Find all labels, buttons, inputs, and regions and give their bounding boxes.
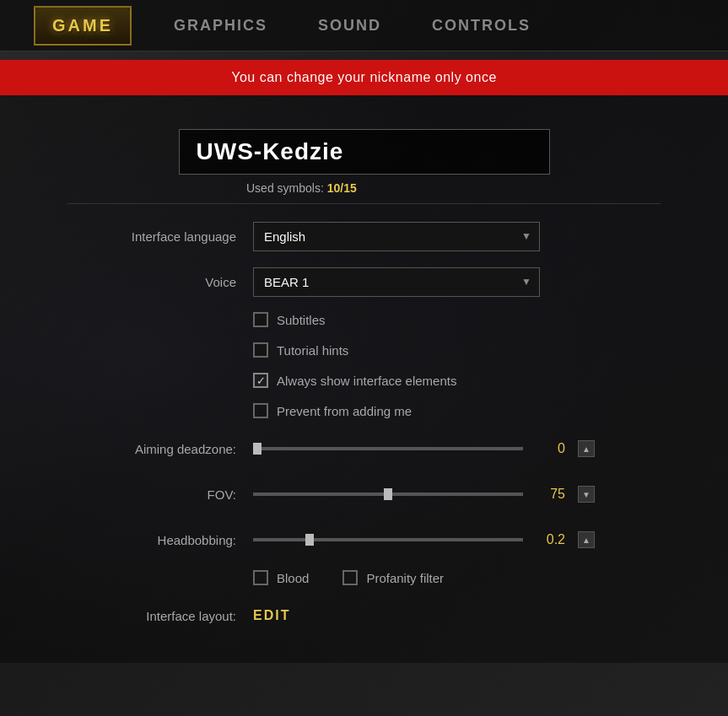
aiming-deadzone-arrows: ▲ <box>578 440 595 457</box>
game-tab-text[interactable]: GAME <box>34 6 132 46</box>
aiming-deadzone-row: Aiming deadzone: 0 ▲ <box>67 433 661 464</box>
tutorial-hints-wrapper[interactable]: Tutorial hints <box>253 342 348 358</box>
voice-control: BEAR 1 BEAR 2 USEC 1 USEC 2 ▼ <box>253 267 661 297</box>
symbols-label: Used symbols: <box>246 181 324 195</box>
tab-controls[interactable]: CONTROLS <box>407 10 556 41</box>
headbobbing-value: 0.2 <box>531 532 565 547</box>
aiming-deadzone-up[interactable]: ▲ <box>578 440 595 457</box>
fov-arrows: ▼ <box>578 486 595 503</box>
blood-wrapper[interactable]: Blood <box>253 570 309 585</box>
tutorial-hints-label: Tutorial hints <box>277 343 348 358</box>
nickname-input[interactable] <box>179 129 550 175</box>
blood-profanity-row: Blood Profanity filter <box>67 570 661 585</box>
prevent-adding-checkbox[interactable] <box>253 403 268 418</box>
voice-dropdown[interactable]: BEAR 1 BEAR 2 USEC 1 USEC 2 <box>253 267 540 297</box>
language-label: Interface language <box>67 229 253 244</box>
profanity-checkbox[interactable] <box>342 570 358 585</box>
nickname-section: Used symbols: 10/15 <box>67 112 661 204</box>
subtitles-checkbox[interactable] <box>253 312 268 327</box>
profanity-label: Profanity filter <box>366 571 444 585</box>
language-dropdown-wrapper: English Russian German ▼ <box>253 222 540 251</box>
always-show-label: Always show interface elements <box>277 374 456 388</box>
prevent-adding-wrapper[interactable]: Prevent from adding me <box>253 403 412 418</box>
settings-panel: Used symbols: 10/15 Interface language E… <box>0 95 728 663</box>
voice-row: Voice BEAR 1 BEAR 2 USEC 1 USEC 2 ▼ <box>67 266 661 297</box>
fov-slider[interactable] <box>253 493 523 496</box>
prevent-adding-row: Prevent from adding me <box>67 403 661 418</box>
tab-game[interactable]: GAME <box>34 6 132 46</box>
main-content: You can change your nickname only once U… <box>0 60 728 663</box>
headbobbing-label: Headbobbing: <box>67 533 253 547</box>
tutorial-hints-row: Tutorial hints <box>67 342 661 358</box>
fov-down[interactable]: ▼ <box>578 486 595 503</box>
subtitles-label: Subtitles <box>277 313 326 327</box>
headbobbing-control: 0.2 ▲ <box>253 531 661 548</box>
interface-layout-label: Interface layout: <box>67 609 253 623</box>
symbols-count: 10/15 <box>327 181 357 195</box>
aiming-deadzone-slider[interactable] <box>253 447 523 450</box>
aiming-deadzone-label: Aiming deadzone: <box>67 442 253 456</box>
fov-range-wrapper: 75 ▼ <box>253 486 595 503</box>
aiming-deadzone-range-wrapper: 0 ▲ <box>253 440 595 457</box>
aiming-deadzone-value: 0 <box>531 441 565 456</box>
notice-bar: You can change your nickname only once <box>0 60 728 95</box>
tutorial-hints-checkbox[interactable] <box>253 342 268 358</box>
headbobbing-slider[interactable] <box>253 538 523 541</box>
language-dropdown[interactable]: English Russian German <box>253 222 540 251</box>
headbobbing-range-wrapper: 0.2 ▲ <box>253 531 595 548</box>
aiming-deadzone-control: 0 ▲ <box>253 440 661 457</box>
headbobbing-row: Headbobbing: 0.2 ▲ <box>67 525 661 555</box>
headbobbing-arrows: ▲ <box>578 531 595 548</box>
voice-label: Voice <box>67 275 253 289</box>
symbols-used: Used symbols: 10/15 <box>246 181 357 195</box>
settings-rows: Interface language English Russian Germa… <box>67 221 661 631</box>
fov-control: 75 ▼ <box>253 486 661 503</box>
fov-row: FOV: 75 ▼ <box>67 479 661 509</box>
fov-value: 75 <box>531 487 565 502</box>
language-control: English Russian German ▼ <box>253 222 661 251</box>
blood-checkbox[interactable] <box>253 570 268 585</box>
blood-label: Blood <box>277 571 309 585</box>
prevent-adding-label: Prevent from adding me <box>277 404 412 418</box>
always-show-wrapper[interactable]: Always show interface elements <box>253 373 456 388</box>
always-show-checkbox[interactable] <box>253 373 268 388</box>
fov-label: FOV: <box>67 487 253 502</box>
always-show-row: Always show interface elements <box>67 373 661 388</box>
tab-sound[interactable]: SOUND <box>293 10 407 41</box>
profanity-wrapper[interactable]: Profanity filter <box>342 570 444 585</box>
edit-button[interactable]: EDIT <box>253 608 290 623</box>
tab-graphics[interactable]: GRAPHICS <box>148 10 293 41</box>
interface-layout-control: EDIT <box>253 608 661 623</box>
top-nav: GAME GRAPHICS SOUND CONTROLS <box>0 0 728 51</box>
interface-layout-row: Interface layout: EDIT <box>67 600 661 631</box>
notice-text: You can change your nickname only once <box>231 70 497 84</box>
subtitles-checkbox-wrapper[interactable]: Subtitles <box>253 312 326 327</box>
language-row: Interface language English Russian Germa… <box>67 221 661 251</box>
headbobbing-up[interactable]: ▲ <box>578 531 595 548</box>
subtitles-row: Subtitles <box>67 312 661 327</box>
voice-dropdown-wrapper: BEAR 1 BEAR 2 USEC 1 USEC 2 ▼ <box>253 267 540 297</box>
